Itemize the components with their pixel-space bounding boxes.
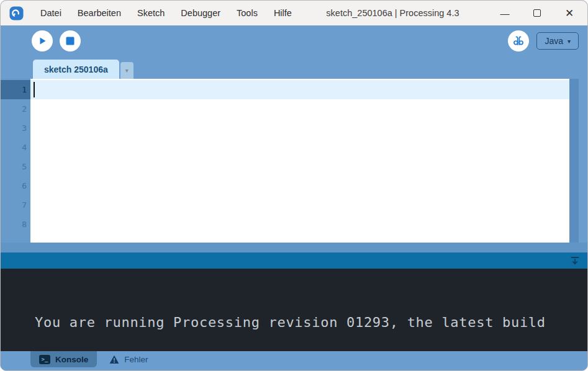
line-number[interactable]: 3 — [1, 118, 30, 138]
tab-sketch[interactable]: sketch 250106a — [33, 60, 119, 79]
text-caret — [34, 82, 35, 97]
fehler-tab-label: Fehler — [124, 355, 148, 364]
konsole-tab-label: Konsole — [55, 355, 88, 364]
maximize-button[interactable] — [530, 6, 544, 20]
chevron-down-icon: ▾ — [125, 67, 129, 74]
minimize-button[interactable]: — — [498, 6, 512, 20]
terminal-icon: >_ — [39, 355, 50, 364]
line-number[interactable]: 4 — [1, 138, 30, 157]
menu-item-debugger[interactable]: Debugger — [173, 1, 228, 25]
editor-footer-strip — [1, 243, 587, 253]
line-number[interactable]: 8 — [1, 215, 30, 234]
collapse-console-icon[interactable] — [569, 255, 581, 266]
console-line: You are running Processing revision 0129… — [35, 313, 575, 332]
tab-fehler[interactable]: Fehler — [109, 351, 148, 367]
menu-item-datei[interactable]: Datei — [32, 1, 70, 25]
tab-dropdown-button[interactable]: ▾ — [120, 62, 133, 79]
mode-selector[interactable]: Java ▾ — [536, 32, 579, 50]
line-number[interactable]: 7 — [1, 195, 30, 215]
tab-konsole[interactable]: >_ Konsole — [30, 351, 97, 367]
footer-bar: >_ Konsole Fehler — [1, 351, 587, 370]
editor-right-margin — [579, 79, 587, 243]
line-number[interactable]: 5 — [1, 157, 30, 176]
window-controls: — ✕ — [498, 6, 576, 20]
window-title: sketch_250106a | Processing 4.3 — [300, 8, 486, 18]
tab-bar: sketch 250106a ▾ — [1, 56, 587, 79]
processing-logo-icon — [9, 6, 24, 20]
debug-butterfly-icon — [512, 34, 525, 48]
chevron-down-icon: ▾ — [568, 38, 571, 45]
maximize-icon — [533, 9, 541, 17]
menu-item-hilfe[interactable]: Hilfe — [266, 1, 300, 25]
console-output[interactable]: You are running Processing revision 0129… — [1, 269, 587, 351]
stop-icon — [66, 37, 75, 45]
menu-item-bearbeiten[interactable]: Bearbeiten — [70, 1, 129, 25]
editor-region: 1 2 3 4 5 6 7 8 — [1, 79, 587, 243]
menu-item-sketch[interactable]: Sketch — [129, 1, 173, 25]
run-button[interactable] — [32, 30, 53, 51]
debug-toggle-button[interactable] — [508, 30, 529, 51]
warning-icon — [109, 355, 119, 364]
editor-scrollbar[interactable] — [569, 79, 579, 243]
mode-label: Java — [545, 36, 563, 46]
menubar: Datei Bearbeiten Sketch Debugger Tools H… — [1, 1, 587, 25]
tab-label: sketch 250106a — [44, 65, 108, 74]
code-editor[interactable] — [30, 79, 569, 243]
line-number[interactable]: 1 — [1, 80, 30, 99]
console-splitter[interactable] — [1, 253, 587, 269]
current-line-highlight — [30, 80, 569, 99]
line-number[interactable]: 2 — [1, 99, 30, 118]
stop-button[interactable] — [60, 30, 81, 51]
menu-item-tools[interactable]: Tools — [228, 1, 266, 25]
processing-window: Datei Bearbeiten Sketch Debugger Tools H… — [0, 0, 588, 371]
close-button[interactable]: ✕ — [563, 6, 576, 20]
line-number[interactable]: 6 — [1, 176, 30, 195]
toolbar: Java ▾ — [1, 25, 587, 56]
line-number-gutter: 1 2 3 4 5 6 7 8 — [1, 79, 30, 243]
play-icon — [37, 36, 47, 46]
